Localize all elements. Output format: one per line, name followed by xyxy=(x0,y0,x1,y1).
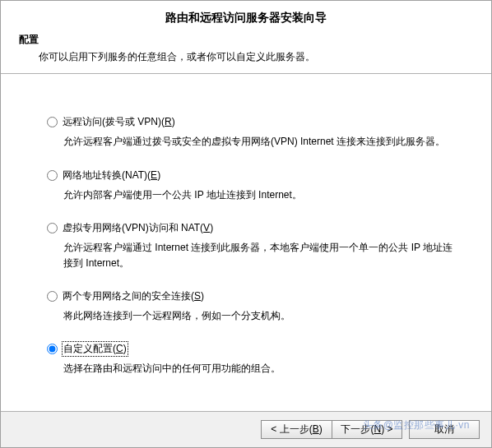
back-button-post: ) xyxy=(319,423,323,435)
radio-nat[interactable] xyxy=(47,170,58,181)
option-nat: 网络地址转换(NAT)(E)允许内部客户端使用一个公共 IP 地址连接到 Int… xyxy=(47,169,458,203)
back-button[interactable]: < 上一步(B) xyxy=(261,420,332,439)
next-button-post: ) > xyxy=(381,423,392,435)
option-label-vpn-nat: 虚拟专用网络(VPN)访问和 NAT(V) xyxy=(63,221,213,235)
radio-remote-access[interactable] xyxy=(47,117,58,127)
option-label-post: ) xyxy=(172,116,175,127)
option-label-key: S xyxy=(194,290,201,302)
option-label-pre: 网络地址转换(NAT)( xyxy=(63,169,151,181)
radio-custom[interactable] xyxy=(47,344,58,354)
option-remote-access: 远程访问(拨号或 VPN)(R)允许远程客户端通过拨号或安全的虚拟专用网络(VP… xyxy=(47,115,458,150)
cancel-button[interactable]: 取消 xyxy=(409,420,480,439)
option-label-post: ) xyxy=(157,169,160,181)
option-vpn-nat: 虚拟专用网络(VPN)访问和 NAT(V)允许远程客户端通过 Internet … xyxy=(47,221,458,271)
option-secure-two-net: 两个专用网络之间的安全连接(S)将此网络连接到一个远程网络，例如一个分支机构。 xyxy=(47,289,458,324)
option-label-key: C xyxy=(116,343,123,354)
option-desc-secure-two-net: 将此网络连接到一个远程网络，例如一个分支机构。 xyxy=(63,308,458,324)
option-label-pre: 自定义配置( xyxy=(63,343,116,354)
next-button-key: N xyxy=(374,423,381,435)
back-button-pre: < 上一步( xyxy=(271,423,312,435)
options-panel: 远程访问(拨号或 VPN)(R)允许远程客户端通过拨号或安全的虚拟专用网络(VP… xyxy=(1,74,491,411)
option-label-custom: 自定义配置(C) xyxy=(63,342,128,356)
option-label-post: ) xyxy=(201,290,204,302)
option-row-vpn-nat[interactable]: 虚拟专用网络(VPN)访问和 NAT(V) xyxy=(47,221,458,235)
next-button-pre: 下一步( xyxy=(341,423,374,435)
option-desc-nat: 允许内部客户端使用一个公共 IP 地址连接到 Internet。 xyxy=(63,187,458,203)
option-row-nat[interactable]: 网络地址转换(NAT)(E) xyxy=(47,169,458,182)
wizard-dialog: 路由和远程访问服务器安装向导 配置 你可以启用下列服务的任意组合，或者你可以自定… xyxy=(0,0,492,448)
option-label-pre: 远程访问(拨号或 VPN)( xyxy=(63,116,165,127)
option-desc-vpn-nat: 允许远程客户端通过 Internet 连接到此服务器，本地客户端使用一个单一的公… xyxy=(63,240,458,271)
option-label-post: ) xyxy=(210,222,213,233)
dialog-title: 路由和远程访问服务器安装向导 xyxy=(1,1,491,32)
option-label-key: V xyxy=(203,222,210,233)
back-button-key: B xyxy=(313,423,319,435)
option-row-secure-two-net[interactable]: 两个专用网络之间的安全连接(S) xyxy=(47,289,458,303)
wizard-footer: < 上一步(B) 下一步(N) > 取消 xyxy=(1,411,491,447)
option-label-key: E xyxy=(151,169,157,181)
option-label-secure-two-net: 两个专用网络之间的安全连接(S) xyxy=(63,289,204,303)
option-label-key: R xyxy=(165,116,172,127)
option-row-remote-access[interactable]: 远程访问(拨号或 VPN)(R) xyxy=(47,115,458,129)
radio-secure-two-net[interactable] xyxy=(47,291,58,302)
dialog-subheader: 配置 你可以启用下列服务的任意组合，或者你可以自定义此服务器。 xyxy=(1,32,491,74)
radio-vpn-nat[interactable] xyxy=(47,223,58,233)
next-button[interactable]: 下一步(N) > xyxy=(332,420,402,439)
option-label-post: ) xyxy=(123,343,127,354)
option-label-pre: 两个专用网络之间的安全连接( xyxy=(63,290,194,302)
option-custom: 自定义配置(C)选择在路由和远程访问中的任何可用功能的组合。 xyxy=(47,342,458,376)
option-desc-remote-access: 允许远程客户端通过拨号或安全的虚拟专用网络(VPN) Internet 连接来连… xyxy=(63,134,458,150)
option-label-remote-access: 远程访问(拨号或 VPN)(R) xyxy=(63,115,175,129)
subheader-heading: 配置 xyxy=(19,32,473,48)
option-row-custom[interactable]: 自定义配置(C) xyxy=(47,342,458,356)
option-label-pre: 虚拟专用网络(VPN)访问和 NAT( xyxy=(63,222,203,233)
option-label-nat: 网络地址转换(NAT)(E) xyxy=(63,169,160,182)
subheader-desc: 你可以启用下列服务的任意组合，或者你可以自定义此服务器。 xyxy=(19,49,473,65)
option-desc-custom: 选择在路由和远程访问中的任何可用功能的组合。 xyxy=(63,361,458,376)
